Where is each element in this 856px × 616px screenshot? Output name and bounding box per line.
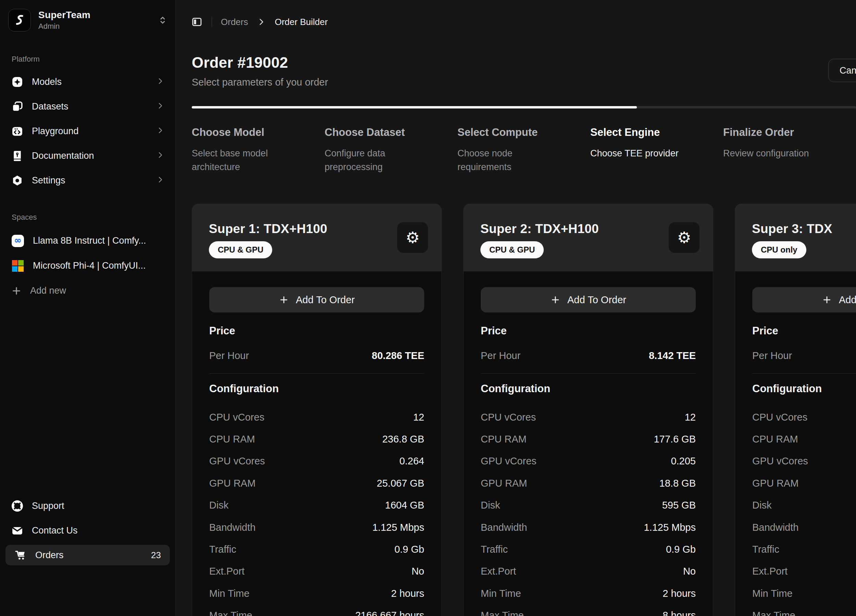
team-switcher[interactable]: SuperTeam Admin [8, 9, 168, 31]
sidebar-item-playground[interactable]: Playground [0, 119, 175, 143]
configuration-section-title: Configuration [752, 383, 856, 395]
card-title: Super 3: TDX [752, 221, 856, 237]
config-row-value: No [411, 566, 424, 577]
datasets-icon [11, 100, 24, 113]
sidebar-item-label: Models [32, 77, 148, 87]
config-row: GPU vCores [752, 450, 856, 472]
cancel-button[interactable]: Cancel [828, 59, 856, 82]
config-row-label: GPU vCores [752, 456, 808, 467]
offer-card-super-1: Super 1: TDX+H100 CPU & GPU ⚙ Add To Ord… [192, 204, 442, 616]
config-row: Min Time [752, 582, 856, 604]
gear-icon[interactable]: ⚙ [669, 222, 699, 253]
config-row-label: Ext.Port [481, 566, 516, 577]
config-row-value: 0.9 Gb [394, 544, 424, 555]
config-row-label: Traffic [752, 544, 779, 555]
plus-icon [279, 295, 289, 305]
breadcrumb-orders[interactable]: Orders [221, 17, 248, 28]
card-badge: CPU & GPU [480, 241, 544, 258]
card-body: Add To Order Price Per Hour Configuratio… [735, 271, 856, 616]
team-name: SuperTeam [38, 9, 149, 20]
plus-icon [11, 286, 22, 296]
config-row: Bandwidth1.125 Mbps [481, 516, 696, 538]
add-new-space-button[interactable]: Add new [0, 278, 175, 303]
per-hour-value: 80.286 TEE [372, 350, 424, 361]
config-row-value: 2166.667 hours [355, 610, 424, 616]
config-row: CPU vCores12 [481, 406, 696, 428]
step-subtitle: Choose TEE provider [590, 146, 696, 160]
card-badge: CPU only [752, 241, 806, 258]
models-icon [11, 75, 24, 88]
space-item-llama[interactable]: ∞ Llama 8B Instruct | Comfy... [0, 228, 175, 253]
step-title: Choose Model [192, 126, 325, 139]
config-row: CPU RAM236.8 GB [209, 428, 424, 450]
config-row-value: 0.9 Gb [666, 544, 696, 555]
sidebar: SuperTeam Admin Platform Models Datasets [0, 0, 176, 616]
platform-section-label: Platform [12, 55, 40, 64]
card-header: Super 1: TDX+H100 CPU & GPU ⚙ [192, 204, 442, 271]
sidebar-item-models[interactable]: Models [0, 69, 175, 94]
card-body: Add To Order Price Per Hour 80.286 TEE C… [192, 271, 442, 616]
step-subtitle: Review configuration [723, 146, 829, 160]
config-row-label: Min Time [752, 588, 793, 599]
sidebar-toggle-icon[interactable] [191, 16, 203, 28]
config-row-value: 25.067 GB [377, 478, 424, 489]
spaces-section-label: Spaces [12, 213, 37, 222]
card-badge: CPU & GPU [209, 241, 272, 258]
sidebar-item-datasets[interactable]: Datasets [0, 94, 175, 119]
app-window: SuperTeam Admin Platform Models Datasets [0, 0, 856, 616]
add-to-order-button[interactable]: Add To Order [209, 287, 424, 312]
sidebar-item-support[interactable]: Support [0, 493, 175, 518]
config-row: CPU vCores [752, 406, 856, 428]
config-row: Disk1604 GB [209, 495, 424, 516]
config-row-label: Bandwidth [209, 522, 256, 533]
per-hour-value: 8.142 TEE [649, 350, 696, 361]
breadcrumb-divider [212, 17, 212, 27]
config-row-label: Max Time [752, 610, 795, 616]
config-row-label: CPU RAM [481, 433, 527, 445]
config-row: Bandwidth1.125 Mbps [209, 516, 424, 538]
per-hour-label: Per Hour [752, 350, 792, 361]
sidebar-item-documentation[interactable]: Documentation [0, 143, 175, 168]
config-row-label: Bandwidth [752, 522, 799, 533]
playground-icon [11, 125, 24, 138]
per-hour-row: Per Hour [752, 345, 856, 367]
config-row-value: 595 GB [662, 500, 696, 511]
config-row: GPU vCores0.264 [209, 450, 424, 472]
config-row-label: CPU vCores [752, 412, 807, 423]
config-row-label: Traffic [209, 544, 236, 555]
config-row-label: GPU vCores [481, 456, 537, 467]
wizard-progress-bar [192, 106, 856, 109]
config-row-label: CPU vCores [481, 412, 536, 423]
chevron-right-icon [156, 126, 164, 136]
sidebar-item-settings[interactable]: Settings [0, 168, 175, 193]
config-row-value: 1604 GB [385, 500, 424, 511]
config-row: CPU vCores12 [209, 406, 424, 428]
space-item-label: Llama 8B Instruct | Comfy... [33, 235, 164, 246]
config-row-value: 12 [413, 412, 424, 423]
space-item-phi4[interactable]: Microsoft Phi-4 | ComfyUI... [0, 253, 175, 278]
config-row-label: Disk [209, 500, 228, 511]
breadcrumb-order-builder: Order Builder [275, 17, 328, 28]
add-to-order-button[interactable]: Add To Order [752, 287, 856, 312]
config-row-label: Min Time [209, 588, 249, 599]
add-to-order-label: Add To Order [567, 294, 626, 306]
config-row-label: GPU RAM [209, 478, 256, 489]
step-subtitle: Choose node requirements [457, 146, 563, 174]
svg-text:∞: ∞ [14, 235, 22, 245]
step-choose-model: Choose Model Select base model architect… [192, 126, 325, 174]
config-row: Max Time8 hours [481, 605, 696, 616]
plus-icon [822, 295, 832, 305]
config-row-value: 236.8 GB [382, 433, 424, 445]
sidebar-item-orders[interactable]: Orders 23 [6, 545, 170, 565]
config-row: Disk595 GB [481, 495, 696, 516]
config-row-label: CPU RAM [209, 433, 255, 445]
sidebar-item-contact-us[interactable]: Contact Us [0, 518, 175, 543]
step-choose-dataset: Choose Dataset Configure data preprocess… [325, 126, 457, 174]
config-row: Ext.PortNo [209, 561, 424, 582]
per-hour-row: Per Hour 8.142 TEE [481, 345, 696, 367]
card-header: Super 2: TDX+H100 CPU & GPU ⚙ [463, 204, 713, 271]
gear-icon[interactable]: ⚙ [397, 222, 428, 253]
config-row: Traffic0.9 Gb [481, 538, 696, 560]
chevron-up-down-icon [157, 14, 168, 26]
add-to-order-button[interactable]: Add To Order [481, 287, 696, 312]
